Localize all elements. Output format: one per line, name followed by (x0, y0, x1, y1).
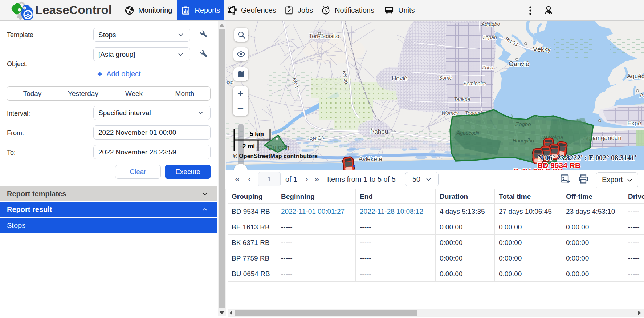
svg-text:ssè: ssè (226, 79, 233, 85)
svg-text:Zopah: Zopah (482, 35, 497, 40)
svg-text:Seminaire: Seminaire (463, 81, 486, 86)
svg-text:Ganvié: Ganvié (509, 60, 529, 68)
svg-text:Ekpè: Ekpè (627, 120, 641, 127)
svg-text:2 mi: 2 mi (242, 143, 255, 150)
svg-text:Zoca: Zoca (482, 65, 493, 71)
svg-text:Houeyiho: Houeyiho (513, 138, 534, 144)
svg-text:Zogbo: Zogbo (515, 121, 531, 127)
svg-text:Vèkky: Vèkky (533, 46, 551, 53)
svg-text:A: A (640, 92, 644, 99)
svg-text:N 06° 23.8222' : E 002° 08.314: N 06° 23.8222' : E 002° 08.3141' (538, 154, 637, 162)
svg-text:Agbocodji: Agbocodji (456, 130, 479, 136)
svg-text:Avlékété: Avlékété (359, 156, 382, 162)
svg-text:Aguég: Aguég (627, 73, 644, 80)
svg-text:5 km: 5 km (250, 130, 264, 137)
svg-text:Tori-Bossito: Tori-Bossito (309, 33, 339, 39)
svg-text:Adjagbo: Adjagbo (481, 21, 500, 27)
svg-text:P:AV 2952 RB: P:AV 2952 RB (513, 167, 563, 170)
svg-text:Tankpè: Tankpè (454, 96, 470, 102)
svg-text:Womey: Womey (441, 110, 459, 116)
svg-text:Hévié: Hévié (392, 75, 407, 82)
svg-text:Somè: Somè (439, 75, 452, 81)
